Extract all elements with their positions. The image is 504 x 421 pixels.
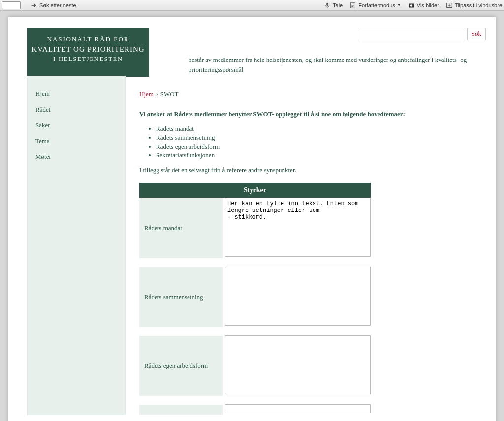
arrow-right-icon bbox=[31, 2, 37, 9]
vis-bilder-label: Vis bilder bbox=[417, 2, 439, 8]
vis-bilder-button[interactable]: Vis bilder bbox=[408, 2, 439, 9]
logo-line-3: I HELSETJENESTEN bbox=[31, 56, 145, 63]
table-row: Rådets mandat bbox=[139, 198, 486, 259]
row-label: Rådets egen arbeidsform bbox=[139, 336, 223, 396]
site-logo[interactable]: NASJONALT RÅD FOR KVALITET OG PRIORITERI… bbox=[27, 28, 149, 77]
svg-point-3 bbox=[410, 4, 412, 6]
microphone-icon bbox=[324, 2, 331, 9]
document-icon bbox=[349, 2, 356, 9]
row-textarea-mandat[interactable] bbox=[225, 198, 371, 257]
list-item: Rådets sammensetning bbox=[156, 134, 486, 142]
browser-toolbar: Søk etter neste Tale Forfattermodus ▼ Vi… bbox=[0, 0, 504, 11]
sidebar-item-radet[interactable]: Rådet bbox=[35, 102, 117, 118]
list-item: Sekretariatsfunksjonen bbox=[156, 151, 486, 159]
logo-line-1: NASJONALT RÅD FOR bbox=[31, 35, 145, 43]
row-label: Rådets mandat bbox=[139, 198, 223, 258]
site-tagline: består av medlemmer fra hele helsetjenes… bbox=[189, 55, 474, 74]
forfattermodus-button[interactable]: Forfattermodus ▼ bbox=[349, 2, 401, 9]
tilpass-label: Tilpass til vindusbre bbox=[455, 2, 502, 8]
page-content: NASJONALT RÅD FOR KVALITET OG PRIORITERI… bbox=[8, 17, 496, 421]
tale-button[interactable]: Tale bbox=[324, 2, 343, 9]
row-label: Rådets sammensetning bbox=[139, 267, 223, 327]
breadcrumb-sep: > bbox=[155, 90, 158, 98]
search-input[interactable] bbox=[360, 28, 463, 40]
table-row bbox=[139, 404, 486, 415]
row-textarea-arbeidsform[interactable] bbox=[225, 335, 371, 394]
table-header-styrker: Styrker bbox=[139, 183, 371, 198]
breadcrumb: Hjem > SWOT bbox=[139, 90, 486, 98]
sidebar-item-tema[interactable]: Tema bbox=[35, 133, 117, 149]
forfattermodus-label: Forfattermodus bbox=[358, 2, 395, 8]
table-row: Rådets egen arbeidsform bbox=[139, 335, 486, 396]
logo-line-2: KVALITET OG PRIORITERING bbox=[31, 45, 145, 54]
breadcrumb-current: SWOT bbox=[160, 90, 179, 98]
camera-icon bbox=[408, 2, 415, 9]
row-textarea-partial[interactable] bbox=[225, 404, 371, 413]
footnote-text: I tillegg står det en selvsagt fritt å r… bbox=[139, 166, 486, 174]
table-row: Rådets sammensetning bbox=[139, 267, 486, 328]
address-blank[interactable] bbox=[2, 1, 21, 9]
breadcrumb-home[interactable]: Hjem bbox=[139, 90, 154, 98]
list-item: Rådets mandat bbox=[156, 125, 486, 133]
sidebar-item-moter[interactable]: Møter bbox=[35, 149, 117, 165]
svg-rect-0 bbox=[326, 2, 328, 5]
list-item: Rådets egen arbeidsform bbox=[156, 143, 486, 150]
search-next-button[interactable]: Søk etter neste bbox=[31, 2, 76, 9]
chevron-down-icon: ▼ bbox=[397, 3, 401, 7]
fit-window-icon bbox=[446, 2, 453, 9]
search-button[interactable]: Søk bbox=[467, 28, 486, 40]
sidebar-nav: Hjem Rådet Saker Tema Møter bbox=[27, 76, 126, 415]
topic-list: Rådets mandat Rådets sammensetning Rådet… bbox=[156, 125, 486, 159]
tilpass-button[interactable]: Tilpass til vindusbre bbox=[446, 2, 502, 9]
tale-label: Tale bbox=[333, 2, 343, 8]
main-content: Hjem > SWOT Vi ønsker at Rådets medlemme… bbox=[126, 77, 486, 415]
sidebar-item-saker[interactable]: Saker bbox=[35, 118, 117, 133]
row-textarea-sammensetning[interactable] bbox=[225, 267, 371, 326]
search-next-label: Søk etter neste bbox=[39, 2, 76, 8]
row-label-partial bbox=[139, 405, 223, 415]
sidebar-item-hjem[interactable]: Hjem bbox=[35, 86, 117, 102]
intro-text: Vi ønsker at Rådets medlemmer benytter S… bbox=[139, 110, 486, 118]
